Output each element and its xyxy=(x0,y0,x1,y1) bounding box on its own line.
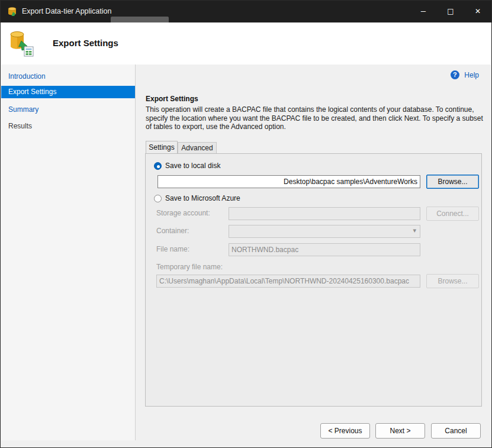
local-path-input[interactable]: Desktop\bacpac samples\AdventureWorks xyxy=(157,175,420,188)
help-label: Help xyxy=(464,71,479,79)
sidebar-item-export-settings[interactable]: Export Settings xyxy=(1,86,135,98)
tab-settings[interactable]: Settings xyxy=(146,141,178,153)
wizard-header: Export Settings xyxy=(1,22,491,65)
chevron-down-icon: ▾ xyxy=(413,227,416,234)
next-button[interactable]: Next > xyxy=(375,423,425,439)
wizard-steps-sidebar: Introduction Export Settings Summary Res… xyxy=(1,65,136,440)
app-database-icon xyxy=(7,7,17,17)
export-wizard-window: Export Data-tier Application ─ □ ✕ Expor… xyxy=(0,0,492,448)
sidebar-item-summary[interactable]: Summary xyxy=(1,104,135,116)
help-icon: ? xyxy=(451,70,459,79)
cancel-button[interactable]: Cancel xyxy=(431,423,481,439)
help-link[interactable]: ? Help xyxy=(451,69,479,79)
titlebar-artifact xyxy=(111,17,169,22)
settings-tab-panel: Save to local disk Desktop\bacpac sample… xyxy=(145,153,482,407)
connect-button: Connect... xyxy=(426,207,479,221)
sidebar-item-results[interactable]: Results xyxy=(1,120,135,133)
titlebar[interactable]: Export Data-tier Application ─ □ ✕ xyxy=(1,1,491,22)
section-description: This operation will create a BACPAC file… xyxy=(146,105,484,131)
maximize-icon[interactable]: □ xyxy=(437,1,464,22)
temp-file-input: C:\Users\maghan\AppData\Local\Temp\NORTH… xyxy=(156,275,420,288)
container-dropdown: ▾ xyxy=(229,225,420,238)
file-name-input: NORTHWND.bacpac xyxy=(229,243,420,256)
storage-account-input xyxy=(229,207,420,220)
tab-advanced[interactable]: Advanced xyxy=(178,142,217,153)
file-name-label: File name: xyxy=(156,245,189,253)
wizard-content: ? Help Export Settings This operation wi… xyxy=(136,65,491,447)
browse-local-button[interactable]: Browse... xyxy=(426,175,479,189)
storage-account-label: Storage account: xyxy=(156,209,210,217)
window-title: Export Data-tier Application xyxy=(22,7,111,15)
container-label: Container: xyxy=(156,227,189,235)
radio-save-local-disk[interactable] xyxy=(154,162,162,170)
minimize-icon[interactable]: ─ xyxy=(410,1,437,22)
previous-button[interactable]: < Previous xyxy=(320,423,370,439)
page-title: Export Settings xyxy=(53,38,118,48)
radio-save-azure[interactable] xyxy=(154,195,162,202)
temp-file-name-label: Temporary file name: xyxy=(156,263,223,271)
export-database-icon xyxy=(7,29,36,57)
browse-temp-button: Browse... xyxy=(426,274,479,288)
save-local-disk-label: Save to local disk xyxy=(165,162,220,170)
close-icon[interactable]: ✕ xyxy=(464,1,491,22)
save-azure-label: Save to Microsoft Azure xyxy=(165,194,240,202)
section-title: Export Settings xyxy=(146,95,198,103)
sidebar-item-introduction[interactable]: Introduction xyxy=(1,70,135,83)
